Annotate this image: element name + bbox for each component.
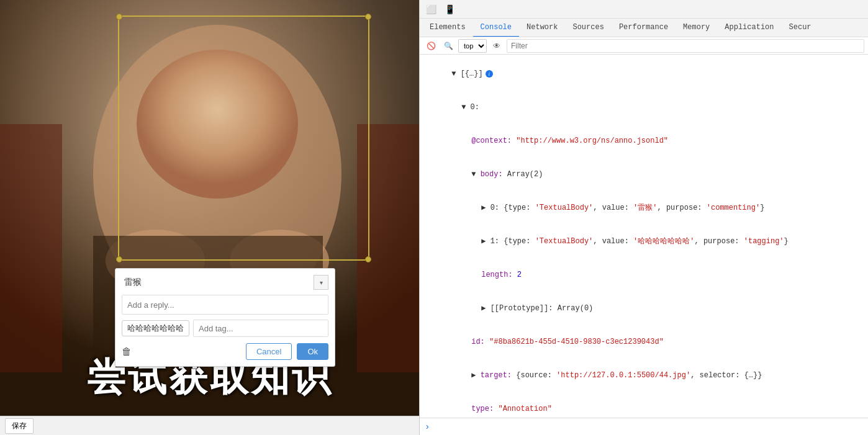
- console-line-body-length: length: 2: [425, 258, 863, 292]
- image-background: 尝试获取知识 雷猴 ▾ 哈哈哈哈哈哈哈 🗑: [0, 0, 419, 416]
- image-area: 尝试获取知识 雷猴 ▾ 哈哈哈哈哈哈哈 🗑: [0, 0, 419, 416]
- tag-row: 哈哈哈哈哈哈哈: [122, 320, 328, 337]
- save-bar: 保存: [0, 416, 419, 435]
- clear-console-icon[interactable]: 🚫: [423, 39, 438, 53]
- devtools-panel: ⬜ 📱 Elements Console Network Sources Per…: [419, 0, 868, 435]
- btn-group: Cancel Ok: [246, 343, 328, 360]
- dropdown-button[interactable]: ▾: [314, 275, 328, 290]
- annotation-title-row: 雷猴 ▾: [122, 275, 328, 290]
- expand-body-1[interactable]: ▶: [481, 237, 490, 246]
- console-input[interactable]: [433, 423, 863, 431]
- device-icon[interactable]: 📱: [441, 1, 458, 17]
- tab-memory[interactable]: Memory: [676, 19, 717, 37]
- devtools-tabs: Elements Console Network Sources Perform…: [420, 19, 868, 37]
- console-line-context: @context: "http://www.w3.org/ns/anno.jso…: [425, 124, 863, 158]
- devtools-subbar: 🚫 🔍 top 👁: [420, 37, 868, 55]
- expand-body-proto[interactable]: ▶: [481, 304, 490, 313]
- expand-icon[interactable]: ▼: [451, 70, 460, 78]
- svg-rect-9: [357, 124, 419, 372]
- console-line-target: ▶ target: {source: 'http://127.0.0.1:550…: [425, 359, 863, 392]
- info-icon: i: [486, 70, 493, 78]
- tag-input[interactable]: [193, 320, 328, 337]
- tab-sources[interactable]: Sources: [565, 19, 611, 37]
- expand-body[interactable]: ▼: [471, 170, 480, 179]
- expand-0[interactable]: ▼ 0:: [461, 103, 479, 112]
- left-panel: 尝试获取知识 雷猴 ▾ 哈哈哈哈哈哈哈 🗑: [0, 0, 419, 435]
- tab-elements[interactable]: Elements: [422, 19, 473, 37]
- annotation-popup: 雷猴 ▾ 哈哈哈哈哈哈哈 🗑 Cancel Ok: [115, 268, 335, 367]
- reply-input[interactable]: [122, 295, 328, 315]
- expand-body-0[interactable]: ▶: [481, 204, 490, 212]
- eye-icon[interactable]: 👁: [489, 39, 504, 53]
- filter-input[interactable]: [507, 39, 864, 53]
- annotation-title: 雷猴: [122, 276, 314, 289]
- prompt-arrow: ›: [425, 422, 430, 432]
- tab-application[interactable]: Application: [717, 19, 781, 37]
- console-line-body-0: ▶ 0: {type: 'TextualBody', value: '雷猴', …: [425, 191, 863, 225]
- console-line-body-1: ▶ 1: {type: 'TextualBody', value: '哈哈哈哈哈…: [425, 225, 863, 258]
- tag-chip: 哈哈哈哈哈哈哈: [122, 320, 189, 336]
- tab-performance[interactable]: Performance: [612, 19, 676, 37]
- console-line-0: ▼ 0:: [425, 91, 863, 124]
- svg-point-4: [137, 50, 298, 199]
- tab-console[interactable]: Console: [473, 19, 519, 37]
- cancel-button[interactable]: Cancel: [246, 343, 292, 360]
- console-line-body-proto: ▶ [[Prototype]]: Array(0): [425, 292, 863, 325]
- tab-security[interactable]: Secur: [782, 19, 819, 37]
- console-line-root: ▼ [{…}]i: [425, 57, 863, 91]
- console-line-id: id: "#8ba8621b-455d-4510-9830-c3ec123904…: [425, 325, 863, 359]
- devtools-toolbar: ⬜ 📱: [420, 0, 868, 19]
- inspect-icon[interactable]: ⬜: [422, 1, 440, 17]
- ok-button[interactable]: Ok: [297, 343, 328, 360]
- console-line-type: type: "Annotation": [425, 392, 863, 418]
- save-button[interactable]: 保存: [5, 418, 34, 434]
- console-line-body: ▼ body: Array(2): [425, 158, 863, 191]
- context-select[interactable]: top: [458, 39, 487, 53]
- console-prompt: ›: [420, 418, 868, 435]
- popup-actions: 🗑 Cancel Ok: [122, 343, 328, 360]
- tab-network[interactable]: Network: [519, 19, 565, 37]
- filter-icon[interactable]: 🔍: [441, 39, 456, 53]
- delete-icon[interactable]: 🗑: [122, 346, 132, 357]
- console-content: ▼ [{…}]i ▼ 0: @context: "http://www.w3.o…: [420, 55, 868, 418]
- svg-rect-8: [0, 124, 62, 372]
- expand-target[interactable]: ▶: [471, 371, 480, 380]
